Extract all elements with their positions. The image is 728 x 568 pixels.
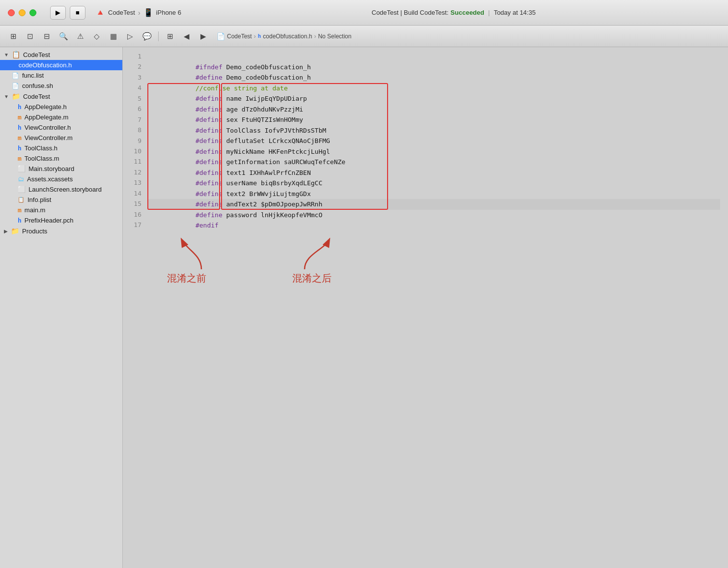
project-scheme[interactable]: 🔺 CodeTest › 📱 iPhone 6 bbox=[95, 8, 181, 17]
annotation-area: 混淆之前 混淆之后 bbox=[152, 235, 728, 294]
bookmark-icon[interactable]: ⊡ bbox=[23, 29, 37, 43]
label-after: 混淆之后 bbox=[292, 272, 332, 285]
build-result: Succeeded bbox=[450, 9, 484, 16]
m-file-icon: m bbox=[18, 155, 22, 162]
sidebar-item-label: ToolClass.h bbox=[25, 144, 118, 152]
folder-icon: 📁 bbox=[12, 92, 20, 100]
sh-file-icon: 📄 bbox=[12, 83, 19, 89]
toolbar-separator bbox=[158, 31, 159, 41]
warning-icon[interactable]: ⚠ bbox=[73, 29, 87, 43]
sidebar-item-label: ViewController.m bbox=[25, 134, 118, 142]
code-line-17 bbox=[147, 220, 720, 231]
sidebar-root-project[interactable]: ▼ 📋 CodeTest bbox=[0, 49, 122, 60]
sidebar-item-codeobfuscation-h[interactable]: h codeObfuscation.h bbox=[0, 60, 122, 70]
sidebar-project-label: CodeTest bbox=[23, 51, 50, 58]
arrow-before-svg bbox=[172, 235, 231, 274]
code-content: 1 2 3 4 5 6 7 8 9 10 11 12 13 14 15 16 1 bbox=[123, 47, 728, 235]
plist-icon: 📋 bbox=[18, 197, 25, 203]
sidebar-item-main-storyboard[interactable]: ⬜ Main.storyboard bbox=[0, 164, 122, 174]
editor-area[interactable]: 1 2 3 4 5 6 7 8 9 10 11 12 13 14 15 16 1 bbox=[123, 47, 728, 568]
comment-icon[interactable]: 💬 bbox=[140, 29, 154, 43]
sidebar-item-label: Info.plist bbox=[28, 196, 118, 203]
back-icon[interactable]: ◀ bbox=[179, 29, 194, 43]
h-file-icon: h bbox=[12, 61, 16, 69]
code-line-1: #ifndef Demo_codeObfuscation_h bbox=[147, 51, 720, 62]
sidebar-item-label: AppDelegate.h bbox=[25, 103, 118, 111]
m-file-icon: m bbox=[18, 134, 22, 142]
zoom-button[interactable] bbox=[29, 9, 36, 16]
h-file-icon: h bbox=[18, 124, 22, 131]
search-icon[interactable]: 🔍 bbox=[56, 29, 71, 43]
sidebar-item-label: confuse.sh bbox=[22, 82, 118, 89]
breadcrumb-selection: No Selection bbox=[318, 33, 351, 40]
breadcrumb-file: codeObfuscation.h bbox=[263, 33, 312, 40]
sidebar-item-label: ViewController.h bbox=[25, 124, 118, 131]
sidebar-item-main-m[interactable]: m main.m bbox=[0, 205, 122, 215]
breadcrumb-project: CodeTest bbox=[227, 33, 252, 40]
sidebar-group-label: CodeTest bbox=[23, 93, 50, 100]
code-wrapper: 1 2 3 4 5 6 7 8 9 10 11 12 13 14 15 16 1 bbox=[123, 47, 728, 294]
build-status-prefix: CodeTest | Build CodeTest: bbox=[372, 9, 449, 16]
m-file-icon: m bbox=[18, 206, 22, 214]
sidebar-item-label: AppDelegate.m bbox=[25, 114, 118, 121]
line-numbers: 1 2 3 4 5 6 7 8 9 10 11 12 13 14 15 16 1 bbox=[123, 51, 147, 231]
code-lines: #ifndef Demo_codeObfuscation_h #define D… bbox=[147, 51, 728, 231]
sidebar-item-toolclass-m[interactable]: m ToolClass.m bbox=[0, 153, 122, 164]
sidebar-item-viewcontroller-h[interactable]: h ViewController.h bbox=[0, 122, 122, 133]
xcassets-icon: 🗂 bbox=[18, 175, 24, 183]
sidebar: ▼ 📋 CodeTest h codeObfuscation.h 📄 func.… bbox=[0, 47, 123, 568]
project-name: CodeTest bbox=[108, 9, 135, 16]
pch-icon: h bbox=[18, 217, 22, 224]
toolbar: ⊞ ⊡ ⊟ 🔍 ⚠ ◇ ▦ ▷ 💬 ⊞ ◀ ▶ 📄 CodeTest › h c… bbox=[0, 26, 728, 47]
sidebar-item-assets[interactable]: 🗂 Assets.xcassets bbox=[0, 174, 122, 184]
diamond-icon[interactable]: ◇ bbox=[89, 29, 104, 43]
arrow-after-svg bbox=[290, 235, 349, 274]
h-file-icon: h bbox=[18, 103, 22, 111]
sidebar-item-label: LaunchScreen.storyboard bbox=[28, 186, 118, 193]
sidebar-item-label: Assets.xcassets bbox=[27, 175, 118, 183]
sidebar-item-label: codeObfuscation.h bbox=[19, 61, 118, 69]
sidebar-item-label: ToolClass.m bbox=[25, 155, 118, 162]
scope-icon[interactable]: ⊞ bbox=[163, 29, 177, 43]
build-status: CodeTest | Build CodeTest: Succeeded | T… bbox=[187, 9, 720, 16]
navigator-toggle-icon[interactable]: ⊞ bbox=[6, 29, 21, 43]
sidebar-item-viewcontroller-m[interactable]: m ViewController.m bbox=[0, 133, 122, 143]
storyboard-icon: ⬜ bbox=[18, 186, 26, 193]
storyboard-icon: ⬜ bbox=[18, 165, 26, 172]
close-button[interactable] bbox=[8, 9, 15, 16]
h-file-icon: h bbox=[18, 144, 22, 152]
run-button[interactable]: ▶ bbox=[50, 6, 66, 20]
sidebar-item-prefixheader-pch[interactable]: h PrefixHeader.pch bbox=[0, 215, 122, 226]
hierarchy-icon[interactable]: ⊟ bbox=[39, 29, 54, 43]
sidebar-item-label: main.m bbox=[25, 206, 118, 214]
list-file-icon: 📄 bbox=[12, 72, 19, 79]
build-time: Today at 14:35 bbox=[494, 9, 535, 16]
main-layout: ▼ 📋 CodeTest h codeObfuscation.h 📄 func.… bbox=[0, 47, 728, 568]
m-file-icon: m bbox=[18, 114, 22, 121]
sidebar-item-label: func.list bbox=[22, 72, 118, 79]
sidebar-item-confuse-sh[interactable]: 📄 confuse.sh bbox=[0, 81, 122, 91]
sidebar-item-toolclass-h[interactable]: h ToolClass.h bbox=[0, 143, 122, 153]
titlebar: ▶ ■ 🔺 CodeTest › 📱 iPhone 6 CodeTest | B… bbox=[0, 0, 728, 26]
breadcrumb: 📄 CodeTest › h codeObfuscation.h › No Se… bbox=[217, 32, 351, 40]
sidebar-item-appdelegate-m[interactable]: m AppDelegate.m bbox=[0, 112, 122, 122]
minimize-button[interactable] bbox=[19, 9, 26, 16]
sidebar-group-products[interactable]: ▶ 📁 Products bbox=[0, 226, 122, 236]
sidebar-item-func-list[interactable]: 📄 func.list bbox=[0, 70, 122, 81]
sidebar-item-info-plist[interactable]: 📋 Info.plist bbox=[0, 195, 122, 205]
products-icon: 📁 bbox=[11, 227, 19, 235]
sidebar-item-label: PrefixHeader.pch bbox=[25, 217, 118, 224]
sidebar-item-launchscreen-storyboard[interactable]: ⬜ LaunchScreen.storyboard bbox=[0, 184, 122, 195]
sidebar-group-codetest[interactable]: ▼ 📁 CodeTest bbox=[0, 91, 122, 102]
arrow-icon[interactable]: ▷ bbox=[123, 29, 138, 43]
sidebar-products-label: Products bbox=[22, 227, 47, 235]
stop-button[interactable]: ■ bbox=[70, 6, 85, 20]
device-name: iPhone 6 bbox=[156, 9, 181, 16]
forward-icon[interactable]: ▶ bbox=[196, 29, 211, 43]
sidebar-item-appdelegate-h[interactable]: h AppDelegate.h bbox=[0, 102, 122, 112]
traffic-lights bbox=[8, 9, 36, 16]
window-controls: ▶ ■ bbox=[50, 6, 85, 20]
label-before: 混淆之前 bbox=[167, 272, 206, 285]
grid-icon[interactable]: ▦ bbox=[106, 29, 121, 43]
sidebar-item-label: Main.storyboard bbox=[28, 165, 118, 172]
